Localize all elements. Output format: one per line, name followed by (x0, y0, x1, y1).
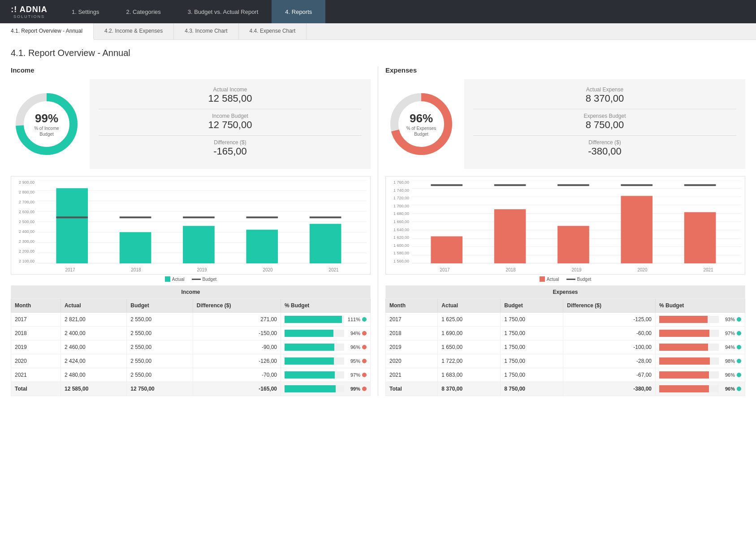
income-budget-row: Income Budget 12 750,00 (99, 113, 362, 131)
sub-navigation: 4.1. Report Overview - Annual 4.2. Incom… (0, 23, 756, 40)
table-row-month: 2019 (386, 340, 438, 354)
table-row-pct: 99% (281, 382, 371, 396)
expenses-diff-label: Difference ($) (473, 139, 736, 146)
top-navigation: :! ADNIA SOLUTIONS 1. Settings 2. Catego… (0, 0, 756, 23)
income-budget-value: 12 750,00 (99, 119, 362, 131)
expenses-diff-row: Difference ($) -380,00 (473, 139, 736, 157)
table-row-diff: -150,00 (193, 327, 281, 340)
income-chart: 2 900,00 2 800,00 2 700,00 2 600,00 2 50… (11, 176, 371, 282)
table-row-pct: 93% (656, 313, 745, 327)
income-diff-row: Difference ($) -165,00 (99, 139, 362, 157)
expenses-col-pct: % Budget (656, 299, 745, 313)
income-chart-legend: Actual Budget (11, 276, 371, 282)
income-actual-value: 12 585,00 (99, 93, 362, 104)
table-row-actual: 1 683,00 (438, 368, 501, 382)
svg-rect-16 (183, 216, 215, 218)
svg-rect-38 (557, 226, 589, 263)
table-row-diff: -28,00 (563, 354, 656, 368)
logo-text: :! ADNIA (11, 5, 47, 14)
expenses-stats-box: Actual Expense 8 370,00 Expenses Budget … (464, 79, 745, 169)
expenses-actual-row: Actual Expense 8 370,00 (473, 86, 736, 104)
table-row-actual: 12 585,00 (60, 382, 126, 396)
expenses-donut-stats: 96% % of ExpensesBudget Actual Expense 8… (385, 79, 745, 169)
page-content: 4.1. Report Overview - Annual Income 99% (0, 40, 756, 404)
svg-rect-37 (494, 184, 526, 186)
table-row-diff: -100,00 (563, 340, 656, 354)
table-row-month: 2017 (11, 313, 61, 327)
expenses-donut: 96% % of ExpensesBudget (385, 88, 457, 160)
svg-rect-11 (56, 188, 88, 263)
table-row-actual: 1 690,00 (438, 327, 501, 340)
table-row-diff: -380,00 (563, 382, 656, 396)
expenses-actual-value: 8 370,00 (473, 93, 736, 104)
sub-tab-expense-chart[interactable]: 4.4. Expense Chart (239, 23, 307, 39)
table-row-actual: 2 400,00 (60, 327, 126, 340)
table-row-pct: 97% (281, 368, 371, 382)
income-actual-row: Actual Income 12 585,00 (99, 86, 362, 104)
table-row-pct: 95% (281, 354, 371, 368)
sub-tab-income-chart[interactable]: 4.3. Income Chart (174, 23, 238, 39)
svg-rect-42 (684, 212, 716, 263)
table-row-diff: -70,00 (193, 368, 281, 382)
nav-tab-categories[interactable]: 2. Categories (112, 0, 174, 23)
table-row-actual: 1 625,00 (438, 313, 501, 327)
table-row-budget: 1 750,00 (501, 354, 563, 368)
table-row-pct: 96% (656, 382, 745, 396)
income-col-actual: Actual (60, 299, 126, 313)
income-section: Income 99% % of IncomeBudget (11, 66, 378, 396)
expenses-donut-label: % of ExpensesBudget (406, 125, 436, 137)
table-row-budget: 1 750,00 (501, 327, 563, 340)
svg-rect-13 (120, 232, 151, 263)
nav-tab-settings[interactable]: 1. Settings (58, 0, 112, 23)
table-row-month: 2021 (386, 368, 438, 382)
expenses-col-month: Month (386, 299, 438, 313)
table-row-month: 2020 (11, 354, 61, 368)
sub-tab-income-expenses[interactable]: 4.2. Income & Expenses (94, 23, 174, 39)
expenses-table: Expenses Month Actual Budget Difference … (385, 285, 745, 396)
nav-tab-reports[interactable]: 4. Reports (272, 0, 325, 23)
table-row-month: Total (11, 382, 61, 396)
income-col-pct: % Budget (281, 299, 371, 313)
table-row-pct: 94% (656, 340, 745, 354)
table-row-pct: 96% (281, 340, 371, 354)
expenses-legend-budget: Budget (577, 277, 592, 282)
table-row-actual: 2 424,00 (60, 354, 126, 368)
page-title: 4.1. Report Overview - Annual (11, 48, 745, 58)
table-row-budget: 1 750,00 (501, 313, 563, 327)
nav-tab-budget-actual[interactable]: 3. Budget vs. Actual Report (174, 0, 272, 23)
table-row-diff: -67,00 (563, 368, 656, 382)
table-row-month: 2018 (386, 327, 438, 340)
income-donut-stats: 99% % of IncomeBudget Actual Income 12 5… (11, 79, 371, 169)
table-row-budget: 2 550,00 (127, 354, 193, 368)
table-row-pct: 94% (281, 327, 371, 340)
expenses-chart-legend: Actual Budget (385, 276, 745, 282)
income-donut-label: % of IncomeBudget (34, 125, 59, 137)
svg-rect-17 (246, 230, 278, 263)
sub-tab-report-overview[interactable]: 4.1. Report Overview - Annual (0, 23, 94, 40)
income-donut: 99% % of IncomeBudget (11, 88, 82, 160)
table-row-actual: 2 460,00 (60, 340, 126, 354)
svg-rect-19 (310, 224, 341, 263)
table-row-actual: 1 650,00 (438, 340, 501, 354)
table-row-budget: 8 750,00 (501, 382, 563, 396)
table-row-month: 2021 (11, 368, 61, 382)
svg-rect-18 (246, 216, 278, 218)
expenses-legend-actual: Actual (547, 277, 559, 282)
table-row-budget: 2 550,00 (127, 340, 193, 354)
svg-rect-39 (557, 184, 589, 186)
table-row-month: Total (386, 382, 438, 396)
income-diff-label: Difference ($) (99, 139, 362, 146)
income-budget-label: Income Budget (99, 113, 362, 119)
table-row-actual: 2 480,00 (60, 368, 126, 382)
table-row-diff: -126,00 (193, 354, 281, 368)
income-donut-pct: 99% (34, 112, 59, 125)
svg-rect-43 (684, 184, 716, 186)
table-row-month: 2019 (11, 340, 61, 354)
svg-rect-14 (120, 216, 151, 218)
expenses-budget-row: Expenses Budget 8 750,00 (473, 113, 736, 131)
table-row-actual: 8 370,00 (438, 382, 501, 396)
income-title: Income (11, 66, 371, 74)
expenses-col-actual: Actual (438, 299, 501, 313)
expenses-col-diff: Difference ($) (563, 299, 656, 313)
expenses-donut-center: 96% % of ExpensesBudget (406, 112, 436, 137)
